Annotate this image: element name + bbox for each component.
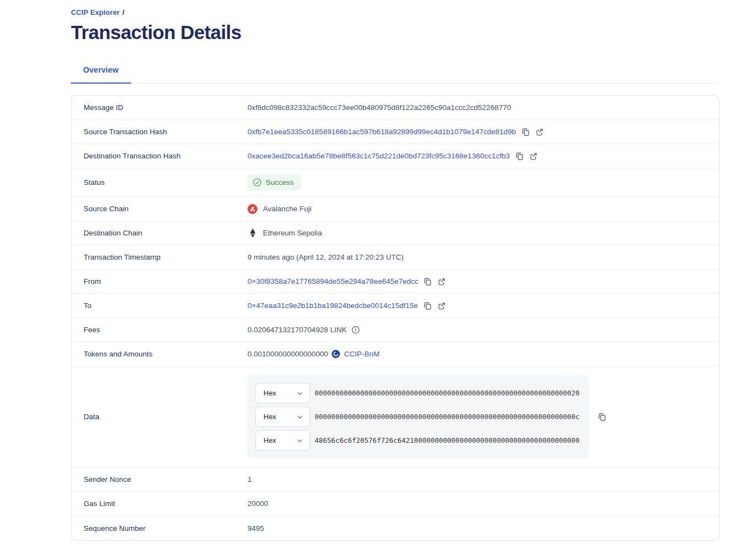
external-link-icon[interactable] xyxy=(535,128,544,136)
fees-value: 0.020647132170704928 LINK xyxy=(248,326,347,334)
row-from: From 0×30f8358a7e17765894de55e294a78ee64… xyxy=(72,270,719,294)
token-amount: 0.001000000000000000 xyxy=(248,350,328,358)
timestamp-value: 9 minutes ago (April 12, 2024 at 17:20:2… xyxy=(248,253,404,261)
data-hex-line: Hex 48656c6c6f20576f726c6421000000000000… xyxy=(255,430,582,451)
row-fees: Fees 0.020647132170704928 LINK xyxy=(72,318,719,342)
row-label: To xyxy=(84,301,248,310)
check-circle-icon xyxy=(252,178,262,187)
tab-bar: Overview xyxy=(71,65,719,84)
row-timestamp: Transaction Timestamp 9 minutes ago (Apr… xyxy=(72,245,719,270)
row-to: To 0×47eaa31c9e2b1b1ba19824bedcbe0014c15… xyxy=(72,294,719,318)
copy-icon[interactable] xyxy=(597,412,607,421)
chevron-down-icon xyxy=(296,437,304,444)
breadcrumb: CCIP Explorer/ xyxy=(71,0,719,17)
external-link-icon[interactable] xyxy=(529,152,538,161)
data-format-label: Hex xyxy=(263,389,276,397)
breadcrumb-separator: / xyxy=(122,8,124,17)
row-gas-limit: Gas Limit 20000 xyxy=(72,492,719,516)
data-format-label: Hex xyxy=(263,413,276,421)
row-data: Data Hex 0000000000000000000000000000000… xyxy=(72,366,719,468)
sender-nonce-value: 1 xyxy=(248,475,252,484)
ethereum-icon xyxy=(248,228,257,238)
data-hex-value: 48656c6c6f20576f726c64210000000000000000… xyxy=(315,436,580,444)
data-format-select[interactable]: Hex xyxy=(255,430,310,451)
transaction-details-card: Message ID 0xf8dc098c832332ac59ccc73ee00… xyxy=(71,95,719,541)
chevron-down-icon xyxy=(296,389,304,397)
external-link-icon[interactable] xyxy=(437,277,446,286)
row-dest-tx-hash: Destination Transaction Hash 0xacee3ed2b… xyxy=(72,144,719,168)
status-badge: Success xyxy=(248,174,301,190)
row-label: Gas Limit xyxy=(84,499,248,508)
row-label: Fees xyxy=(84,326,248,334)
sequence-number-value: 9495 xyxy=(248,524,264,532)
row-sequence-number: Sequence Number 9495 xyxy=(72,516,719,540)
avalanche-icon xyxy=(248,204,257,214)
data-hex-line: Hex 000000000000000000000000000000000000… xyxy=(255,407,582,427)
row-source-chain: Source Chain Avalanche Fuji xyxy=(72,197,719,221)
tab-overview[interactable]: Overview xyxy=(71,65,131,84)
row-label: Sender Nonce xyxy=(84,475,248,484)
dest-tx-hash-link[interactable]: 0xacee3ed2bca16ab5e78be8f563c1c75d221de0… xyxy=(248,152,510,160)
row-tokens-and-amounts: Tokens and Amounts 0.001000000000000000 … xyxy=(72,342,719,366)
message-id-value: 0xf8dc098c832332ac59ccc73ee00b480975d8f1… xyxy=(248,103,511,112)
info-icon[interactable] xyxy=(351,326,360,334)
row-sender-nonce: Sender Nonce 1 xyxy=(72,468,719,492)
row-dest-chain: Destination Chain Ethereum Sepolia xyxy=(72,221,719,245)
gas-limit-value: 20000 xyxy=(248,499,268,508)
row-label: Tokens and Amounts xyxy=(84,350,248,358)
chevron-down-icon xyxy=(296,413,304,421)
data-hex-line: Hex 000000000000000000000000000000000000… xyxy=(255,383,582,403)
page-container: CCIP Explorer/ Transaction Details Overv… xyxy=(71,0,719,541)
row-label: Destination Transaction Hash xyxy=(84,152,248,160)
data-hex-value: 0000000000000000000000000000000000000000… xyxy=(315,389,580,397)
row-label: Sequence Number xyxy=(84,524,248,532)
row-source-tx-hash: Source Transaction Hash 0xfb7e1eea5335c0… xyxy=(72,120,719,144)
data-format-select[interactable]: Hex xyxy=(255,383,310,403)
copy-icon[interactable] xyxy=(515,151,524,161)
row-message-id: Message ID 0xf8dc098c832332ac59ccc73ee00… xyxy=(72,96,719,120)
external-link-icon[interactable] xyxy=(437,301,446,310)
data-format-select[interactable]: Hex xyxy=(255,407,310,427)
token-name-link[interactable]: CCIP-BnM xyxy=(344,350,380,358)
data-format-label: Hex xyxy=(263,436,276,444)
copy-icon[interactable] xyxy=(423,301,432,310)
data-hex-value: 0000000000000000000000000000000000000000… xyxy=(315,413,580,421)
breadcrumb-link-ccip-explorer[interactable]: CCIP Explorer xyxy=(71,8,119,17)
status-badge-label: Success xyxy=(266,178,294,186)
row-label: Status xyxy=(84,178,248,186)
page-title: Transaction Details xyxy=(71,21,719,43)
copy-icon[interactable] xyxy=(423,277,432,286)
row-label: From xyxy=(84,277,248,286)
row-label: Source Chain xyxy=(84,205,248,213)
source-chain-name: Avalanche Fuji xyxy=(263,205,311,213)
from-address-link[interactable]: 0×30f8358a7e17765894de55e294a78ee645e7ed… xyxy=(248,277,418,286)
row-label: Destination Chain xyxy=(84,229,248,237)
row-label: Transaction Timestamp xyxy=(84,253,248,261)
data-hex-viewer: Hex 000000000000000000000000000000000000… xyxy=(248,375,589,458)
row-status: Status Success xyxy=(72,168,719,197)
source-tx-hash-link[interactable]: 0xfb7e1eea5335c018589166b1ac597b618a9289… xyxy=(248,128,516,136)
to-address-link[interactable]: 0×47eaa31c9e2b1b1ba19824bedcbe0014c15df1… xyxy=(248,301,418,310)
copy-icon[interactable] xyxy=(521,127,530,136)
row-label: Message ID xyxy=(84,103,248,112)
row-label: Source Transaction Hash xyxy=(84,128,248,136)
ccip-bnm-token-icon xyxy=(332,350,340,358)
dest-chain-name: Ethereum Sepolia xyxy=(263,229,322,237)
row-label: Data xyxy=(84,413,248,421)
